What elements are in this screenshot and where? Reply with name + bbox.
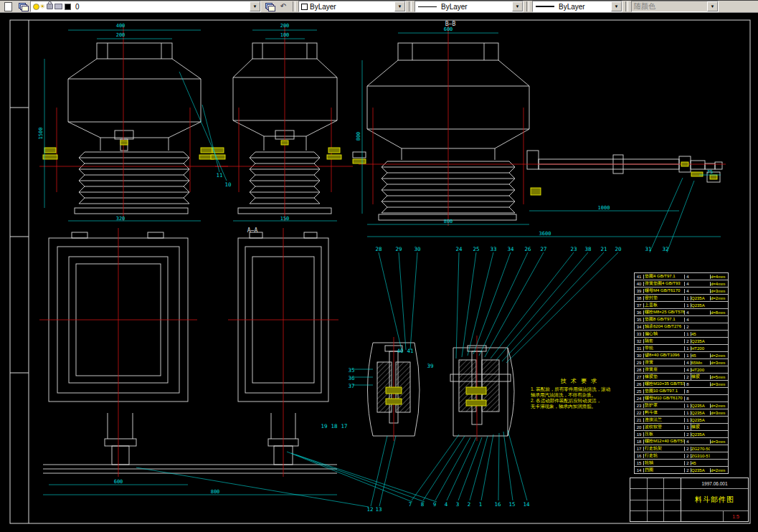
parts-table-row: 18螺栓M12×40 GB/T57834d=3mm xyxy=(635,438,728,445)
parts-cell: 24 xyxy=(635,396,644,401)
parts-cell: 行走轮架 xyxy=(644,445,684,452)
parts-cell: 15 xyxy=(635,461,644,465)
parts-cell: 1 xyxy=(684,296,691,300)
parts-table-row: 33偏心轴145 xyxy=(635,331,728,338)
parts-cell: d=8mm xyxy=(710,310,728,315)
parts-cell: 1 xyxy=(684,425,691,429)
linetype-dropdown-arrow[interactable]: ▼ xyxy=(512,1,523,11)
new-file-button[interactable] xyxy=(1,1,14,12)
parts-cell: 38 xyxy=(635,296,644,300)
parts-cell: 螺栓M8×25 GB/T5783 xyxy=(644,309,684,315)
parts-table-row: 35垫圈8 GB/T97.14 xyxy=(635,316,728,323)
parts-cell: d=2mm xyxy=(710,353,728,358)
layer-dropdown[interactable]: ☀ 0 ▼ xyxy=(30,1,261,12)
plotstyle-dropdown: 随颜色 ▼ xyxy=(631,1,719,12)
parts-cell: 4 xyxy=(684,368,691,372)
parts-cell: 4 xyxy=(684,275,691,279)
parts-cell: 上盖板 xyxy=(644,302,684,308)
parts-cell: 料斗体 xyxy=(644,409,684,416)
lineweight-dropdown-arrow[interactable]: ▼ xyxy=(611,1,622,11)
parts-table-row: 19压板2Q235A xyxy=(635,431,728,438)
layer-previous-button[interactable]: ↶ xyxy=(277,1,290,12)
parts-cell: 8 xyxy=(684,396,691,401)
parts-cell: d=3mm xyxy=(710,361,728,365)
linetype-dropdown[interactable]: ByLayer ▼ xyxy=(414,1,524,12)
parts-cell: 20 xyxy=(635,425,644,429)
parts-cell: 1 xyxy=(684,353,691,358)
parts-cell: 4 xyxy=(684,361,691,365)
parts-cell: d=2mm xyxy=(710,296,728,300)
parts-cell: 轴承6204 GB/T276 xyxy=(644,323,684,330)
parts-table-row: 21连接法兰1Q235A xyxy=(635,417,728,424)
current-linetype-value: ByLayer xyxy=(439,3,512,11)
parts-cell: 隔套 xyxy=(644,338,684,344)
layer-plot-icon[interactable] xyxy=(55,4,62,9)
parts-cell: 1 xyxy=(684,346,691,351)
parts-cell: 26 xyxy=(635,382,644,386)
parts-table-row: 27橡胶垫2橡胶d=5mm xyxy=(635,374,728,381)
layers-icon xyxy=(19,3,27,10)
parts-table-row: 26螺栓M10×35 GB/T57838d=3mm xyxy=(635,381,728,388)
parts-table-row: 22料斗体1Q235Ad=3mm xyxy=(635,409,728,417)
toolbar-separator xyxy=(293,1,295,11)
parts-table-row: 39螺母M4 GB/T61704d=3mm xyxy=(635,288,728,295)
title-block-signature-grid xyxy=(630,478,681,521)
parts-cell: 17 xyxy=(635,447,644,451)
parts-cell: 34 xyxy=(635,325,644,329)
parts-cell: 垫圈10 GB/T97.1 xyxy=(644,388,684,394)
layer-properties-button[interactable] xyxy=(16,1,29,12)
layer-lock-icon[interactable] xyxy=(47,4,53,9)
parts-cell: d=5mm xyxy=(710,375,728,379)
parts-cell: 螺母M4 GB/T6170 xyxy=(644,288,684,294)
layer-color-swatch[interactable] xyxy=(65,4,71,10)
parts-cell: 22 xyxy=(635,411,644,415)
parts-cell: 8 xyxy=(684,389,691,394)
parts-cell: Q235A xyxy=(691,418,710,422)
notes-title: 技 术 要 求 xyxy=(531,377,628,385)
color-dropdown[interactable]: ByLayer ▼ xyxy=(298,1,406,12)
parts-table: 41垫圈4 GB/T97.14d=4mm40弹簧垫圈4 GB/T934d=4mm… xyxy=(634,272,729,474)
parts-cell: Q235A xyxy=(691,468,710,472)
drawing-title: 料斗部件图 xyxy=(681,489,748,510)
parts-cell: HT200 xyxy=(691,346,710,351)
parts-cell: 2 xyxy=(684,375,691,379)
parts-cell: d=2mm xyxy=(710,468,728,472)
parts-table-rows: 41垫圈4 GB/T97.14d=4mm40弹簧垫圈4 GB/T934d=4mm… xyxy=(635,273,728,473)
title-block-cell xyxy=(681,511,724,521)
parts-cell: 2 xyxy=(684,461,691,465)
plotstyle-dropdown-arrow: ▼ xyxy=(707,1,718,11)
parts-table-row: 14挡圈2Q235Ad=2mm xyxy=(635,467,728,473)
parts-cell: 23 xyxy=(635,404,644,408)
layer-dropdown-arrow[interactable]: ▼ xyxy=(250,1,260,11)
parts-table-row: 29弹簧465Mnd=3mm xyxy=(635,359,728,366)
parts-cell: d=3mm xyxy=(710,440,728,444)
parts-cell: 1 xyxy=(684,332,691,336)
current-plotstyle-value: 随颜色 xyxy=(632,1,707,11)
parts-cell: 28 xyxy=(635,368,644,372)
parts-cell: d=2mm xyxy=(710,404,728,408)
make-object-layer-current-button[interactable] xyxy=(262,1,275,12)
parts-table-row: 31带轮1HT200 xyxy=(635,345,728,352)
sheet-icon xyxy=(4,2,12,11)
parts-cell: Q235A xyxy=(691,296,710,300)
title-block: 1997.06.001 料斗部件图 1:5 xyxy=(630,478,749,522)
layer-on-bulb-icon[interactable] xyxy=(33,4,39,10)
parts-cell: Q235A xyxy=(691,303,710,308)
color-dropdown-arrow[interactable]: ▼ xyxy=(394,1,405,11)
parts-cell: d=4mm xyxy=(710,282,728,286)
parts-cell: 14 xyxy=(635,468,644,472)
parts-table-row: 37上盖板1Q235A xyxy=(635,302,728,309)
parts-cell: 螺母M10 GB/T6170 xyxy=(644,395,684,402)
parts-cell: 2 xyxy=(684,447,691,451)
drawing-number: 1997.06.001 xyxy=(681,478,748,489)
parts-cell: 1 xyxy=(684,418,691,422)
parts-cell: 垫圈4 GB/T97.1 xyxy=(644,273,684,280)
undo-arrow-icon: ↶ xyxy=(280,3,286,10)
parts-table-row: 38密封垫1Q235Ad=2mm xyxy=(635,295,728,302)
layer-freeze-sun-icon[interactable]: ☀ xyxy=(39,4,45,10)
toolbar-separator xyxy=(526,1,529,11)
parts-cell: d=3mm xyxy=(710,289,728,293)
parts-cell: d=3mm xyxy=(710,382,728,386)
lineweight-dropdown[interactable]: ByLayer ▼ xyxy=(532,1,622,12)
parts-table-row: 17行走轮架2ZG270-500 xyxy=(635,445,728,452)
